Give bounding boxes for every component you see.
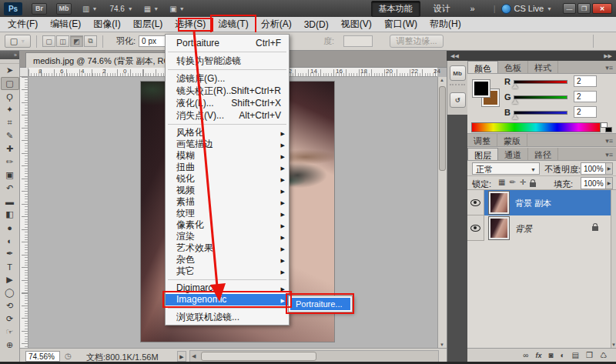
delete-layer-icon[interactable]: ♺ <box>600 351 607 359</box>
workspace-more-button[interactable]: » <box>464 2 482 15</box>
eraser-tool[interactable]: ▬ <box>1 195 19 208</box>
filter-menu-item[interactable]: Portraiture Ctrl+F <box>166 37 289 49</box>
dodge-tool[interactable]: ◐ <box>1 234 19 247</box>
add-selection-button[interactable]: ◫ <box>56 35 69 47</box>
rotate-3d-tool[interactable]: ⟲ <box>1 299 19 312</box>
tab-channels[interactable]: 通道 <box>498 148 528 160</box>
bridge-button[interactable]: Br <box>32 3 47 15</box>
layer-mask-icon[interactable]: ◙ <box>549 351 554 359</box>
eyedropper-tool[interactable]: ✎ <box>1 129 19 142</box>
red-value-input[interactable]: 2 <box>574 75 597 87</box>
minibridge-panel-button[interactable]: Mb <box>450 65 466 81</box>
filter-menu-item[interactable]: 杂色 ▶ <box>166 254 289 265</box>
cs-live-button[interactable]: CS Live ▼ <box>501 4 552 14</box>
layer-row-background[interactable]: 背景 <box>467 215 611 241</box>
lock-move-icon[interactable]: ✛ <box>520 178 526 187</box>
filter-menu-item[interactable]: 其它 ▶ <box>166 265 289 277</box>
scroll-down-icon[interactable]: ▼ <box>611 342 616 347</box>
menu-item[interactable]: 滤镜(T) <box>212 16 254 32</box>
minibridge-button[interactable]: Mb <box>56 3 72 15</box>
horizontal-scrollbar[interactable]: ◀ <box>189 350 439 362</box>
status-options-button[interactable]: ▶ <box>177 351 186 362</box>
pen-tool[interactable]: ✒ <box>1 247 19 260</box>
filter-menu-item[interactable]: 风格化 ▶ <box>166 127 289 139</box>
healing-brush-tool[interactable]: ✚ <box>1 142 19 155</box>
menu-item[interactable]: 3D(D) <box>298 18 335 32</box>
filter-menu-item[interactable]: 模糊 ▶ <box>166 150 289 162</box>
dock-grip[interactable] <box>450 84 465 88</box>
filter-menu-item[interactable]: 艺术效果 ▶ <box>166 242 289 254</box>
scroll-down-icon[interactable]: ▼ <box>440 342 444 347</box>
tab-styles[interactable]: 样式 <box>528 61 558 73</box>
red-slider[interactable] <box>514 80 567 84</box>
intersect-selection-button[interactable]: ⧉ <box>84 35 97 47</box>
blue-slider-handle[interactable] <box>512 115 518 119</box>
blend-mode-select[interactable]: 正常▼ <box>472 162 540 175</box>
minimize-button[interactable]: — <box>563 3 576 14</box>
panel-menu-icon[interactable]: ▾≡ <box>605 151 613 159</box>
fill-input[interactable]: 100% <box>581 177 606 189</box>
tab-adjustments[interactable]: 调整 <box>467 134 497 146</box>
blue-slider[interactable] <box>514 111 567 115</box>
menu-item[interactable]: 分析(A) <box>255 16 298 32</box>
zoom-level-button[interactable]: 74.6▼ <box>109 5 132 13</box>
filter-menu-item[interactable]: 液化(L)... Shift+Ctrl+X <box>166 97 289 109</box>
filter-menu-item[interactable] <box>166 49 289 55</box>
expand-dock-icon[interactable]: ▶▶ <box>604 53 612 59</box>
spectrum-ramp[interactable] <box>471 122 601 132</box>
history-panel-button[interactable]: ↺ <box>450 92 466 108</box>
menu-item[interactable]: 编辑(E) <box>44 16 87 32</box>
new-selection-button[interactable]: ▢ <box>42 35 55 47</box>
eye-icon[interactable] <box>470 225 480 232</box>
layer-style-icon[interactable]: fx <box>536 352 542 359</box>
layers-scrollbar[interactable]: ▼ <box>611 190 616 348</box>
layer-row-background-copy[interactable]: 背景 副本 <box>467 190 611 215</box>
tab-masks[interactable]: 蒙版 <box>497 134 527 146</box>
black-swatch[interactable] <box>605 127 612 132</box>
new-layer-icon[interactable]: ❐ <box>586 351 593 359</box>
gradient-tool[interactable]: ◧ <box>1 208 19 221</box>
menu-item[interactable]: 视图(V) <box>335 16 378 32</box>
blue-value-input[interactable]: 2 <box>574 106 597 118</box>
restore-button[interactable]: ❐ <box>578 3 591 14</box>
menu-item[interactable]: 图像(I) <box>87 16 126 32</box>
visibility-cell[interactable] <box>467 215 484 241</box>
lock-transparency-icon[interactable]: ▦ <box>498 178 505 187</box>
collapse-dock-icon[interactable]: ◀◀ <box>450 53 459 59</box>
vertical-scrollbar[interactable]: ▲ ▼ <box>437 77 447 348</box>
visibility-cell[interactable] <box>467 190 484 215</box>
link-layers-icon[interactable]: ∞ <box>523 351 528 359</box>
filter-menu-item[interactable] <box>166 122 289 127</box>
menu-item[interactable]: 窗口(W) <box>378 16 424 32</box>
vertical-scroll-thumb[interactable] <box>439 86 446 171</box>
lasso-tool[interactable]: Ϙ <box>1 90 19 103</box>
menu-item[interactable]: 图层(L) <box>127 16 169 32</box>
filter-menu-item[interactable]: 素描 ▶ <box>166 196 289 208</box>
tab-layers[interactable]: 图层 <box>467 148 498 160</box>
menu-item[interactable]: 帮助(H) <box>424 16 467 32</box>
view-layout-button[interactable]: ▥▼ <box>82 5 97 13</box>
history-brush-tool[interactable]: ↶ <box>1 182 19 195</box>
filter-menu-item[interactable]: 像素化 ▶ <box>166 219 289 231</box>
green-slider[interactable] <box>514 95 567 99</box>
panel-menu-icon[interactable]: ▾≡ <box>605 64 613 72</box>
foreground-color-swatch[interactable] <box>473 80 490 97</box>
move-tool[interactable]: ➤ <box>1 64 19 77</box>
layer-name[interactable]: 背景 <box>515 223 532 235</box>
fill-slider-icon[interactable]: ▶ <box>606 177 613 189</box>
blur-tool[interactable]: ● <box>1 221 19 234</box>
filter-menu-item[interactable]: 镜头校正(R)... Shift+Ctrl+R <box>166 85 289 97</box>
adjustment-layer-icon[interactable]: ◐ <box>561 351 565 359</box>
zoom-percent-input[interactable]: 74.56% <box>25 351 60 362</box>
arrange-documents-button[interactable]: ▦▼ <box>144 5 159 13</box>
zoom-tool[interactable]: ⊕ <box>1 339 19 352</box>
filter-menu-item[interactable]: 扭曲 ▶ <box>166 162 289 173</box>
workspace-design-button[interactable]: 设计 <box>427 2 457 16</box>
layer-thumbnail[interactable] <box>489 192 509 214</box>
filter-menu-item[interactable]: 消失点(V)... Alt+Ctrl+V <box>166 109 289 122</box>
subtract-selection-button[interactable]: ◩ <box>70 35 83 47</box>
screen-mode-button[interactable]: ▣▼ <box>169 5 184 13</box>
eye-icon[interactable] <box>470 199 480 206</box>
filter-menu-item[interactable]: 滤镜库(G)... <box>166 72 289 85</box>
palette-collapse-icon[interactable]: » <box>0 51 19 59</box>
